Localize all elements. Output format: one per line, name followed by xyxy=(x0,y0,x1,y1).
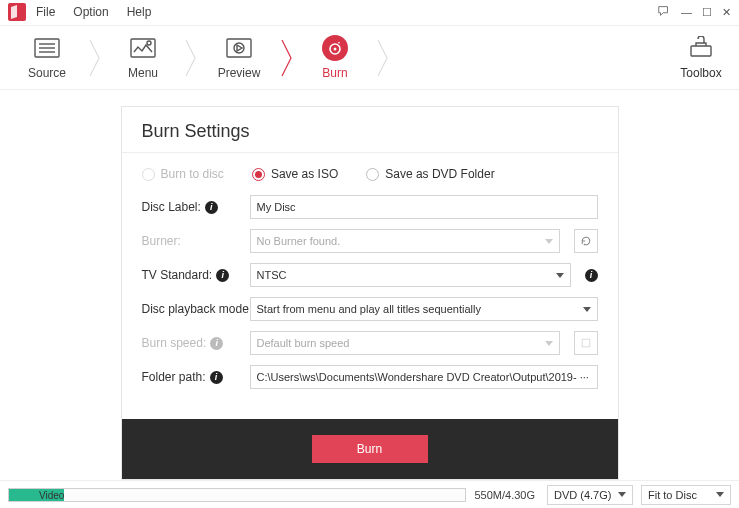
chevron-icon xyxy=(374,38,392,78)
panel-title: Burn Settings xyxy=(142,121,598,142)
tab-burn[interactable]: Burn xyxy=(296,36,374,80)
caret-icon xyxy=(618,492,626,497)
chevron-icon xyxy=(278,38,296,78)
main-menu: File Option Help xyxy=(36,5,151,19)
burner-select: No Burner found. xyxy=(250,229,560,253)
radio-save-iso[interactable]: Save as ISO xyxy=(252,167,338,181)
close-button[interactable]: ✕ xyxy=(722,6,731,19)
caret-icon xyxy=(556,273,564,278)
info-icon[interactable]: i xyxy=(210,371,223,384)
radio-label: Save as ISO xyxy=(271,167,338,181)
disc-label-label: Disc Label: xyxy=(142,200,201,214)
menu-icon xyxy=(128,36,158,60)
svg-rect-4 xyxy=(131,39,155,57)
playback-mode-select[interactable]: Start from menu and play all titles sequ… xyxy=(250,297,598,321)
svg-point-5 xyxy=(147,41,151,45)
folder-path-label: Folder path: xyxy=(142,370,206,384)
caret-icon xyxy=(583,307,591,312)
panel-footer: Burn xyxy=(122,419,618,479)
burn-speed-select: Default burn speed xyxy=(250,331,560,355)
burn-button[interactable]: Burn xyxy=(312,435,428,463)
tab-preview-label: Preview xyxy=(218,66,261,80)
source-icon xyxy=(32,36,62,60)
caret-icon xyxy=(716,492,724,497)
menu-option[interactable]: Option xyxy=(73,5,108,19)
disc-label-input[interactable] xyxy=(250,195,598,219)
info-icon[interactable]: i xyxy=(585,269,598,282)
size-text: 550M/4.30G xyxy=(474,489,535,501)
row-burn-speed: Burn speed:i Default burn speed xyxy=(142,331,598,355)
radio-icon xyxy=(366,168,379,181)
radio-burn-to-disc: Burn to disc xyxy=(142,167,224,181)
row-burner: Burner: No Burner found. xyxy=(142,229,598,253)
panel-header: Burn Settings xyxy=(122,107,618,153)
progress-label: Video xyxy=(39,489,64,502)
tv-standard-select[interactable]: NTSC xyxy=(250,263,571,287)
folder-path-field[interactable]: C:\Users\ws\Documents\Wondershare DVD Cr… xyxy=(250,365,598,389)
tab-toolbox-label: Toolbox xyxy=(671,66,731,80)
burn-settings-panel: Burn Settings Burn to disc Save as ISO S… xyxy=(121,106,619,480)
radio-save-dvd-folder[interactable]: Save as DVD Folder xyxy=(366,167,494,181)
tab-preview[interactable]: Preview xyxy=(200,36,278,80)
row-tv-standard: TV Standard:i NTSC i xyxy=(142,263,598,287)
capacity-progress: Video xyxy=(8,488,466,502)
burner-label: Burner: xyxy=(142,234,181,248)
tv-standard-label: TV Standard: xyxy=(142,268,213,282)
svg-point-9 xyxy=(334,47,337,50)
tab-menu-label: Menu xyxy=(128,66,158,80)
tab-burn-label: Burn xyxy=(322,66,347,80)
radio-icon xyxy=(142,168,155,181)
caret-icon xyxy=(545,341,553,346)
radio-label: Save as DVD Folder xyxy=(385,167,494,181)
playback-mode-label: Disc playback mode: xyxy=(142,302,253,316)
maximize-button[interactable]: ☐ xyxy=(702,6,712,19)
menu-file[interactable]: File xyxy=(36,5,55,19)
menu-help[interactable]: Help xyxy=(127,5,152,19)
info-icon[interactable]: i xyxy=(210,337,223,350)
dvd-type-select[interactable]: DVD (4.7G) xyxy=(547,485,633,505)
preview-icon xyxy=(224,36,254,60)
refresh-burner-button[interactable] xyxy=(574,229,598,253)
toolbox-icon xyxy=(686,36,716,60)
radio-label: Burn to disc xyxy=(161,167,224,181)
status-bar: Video 550M/4.30G DVD (4.7G) Fit to Disc xyxy=(0,480,739,508)
step-tabs: Source Menu Preview Burn Toolbox xyxy=(0,26,739,90)
row-playback-mode: Disc playback mode: Start from menu and … xyxy=(142,297,598,321)
radio-icon xyxy=(252,168,265,181)
tab-menu[interactable]: Menu xyxy=(104,36,182,80)
row-folder-path: Folder path:i C:\Users\ws\Documents\Wond… xyxy=(142,365,598,389)
fit-select[interactable]: Fit to Disc xyxy=(641,485,731,505)
window-controls: — ☐ ✕ xyxy=(657,4,731,20)
row-disc-label: Disc Label:i xyxy=(142,195,598,219)
minimize-button[interactable]: — xyxy=(681,6,692,18)
info-icon[interactable]: i xyxy=(205,201,218,214)
chevron-icon xyxy=(182,38,200,78)
tab-source-label: Source xyxy=(28,66,66,80)
main-area: Burn Settings Burn to disc Save as ISO S… xyxy=(0,90,739,480)
caret-icon xyxy=(545,239,553,244)
output-type-radios: Burn to disc Save as ISO Save as DVD Fol… xyxy=(142,167,598,181)
burn-speed-label: Burn speed: xyxy=(142,336,207,350)
tab-toolbox[interactable]: Toolbox xyxy=(671,36,731,80)
tab-source[interactable]: Source xyxy=(8,36,86,80)
burn-speed-extra-button xyxy=(574,331,598,355)
app-logo xyxy=(8,3,26,21)
info-icon[interactable]: i xyxy=(216,269,229,282)
chevron-icon xyxy=(86,38,104,78)
feedback-icon[interactable] xyxy=(657,4,671,20)
burn-icon xyxy=(320,36,350,60)
svg-rect-10 xyxy=(691,46,711,56)
svg-rect-6 xyxy=(227,39,251,57)
title-bar: File Option Help — ☐ ✕ xyxy=(0,0,739,26)
svg-rect-11 xyxy=(582,340,590,348)
